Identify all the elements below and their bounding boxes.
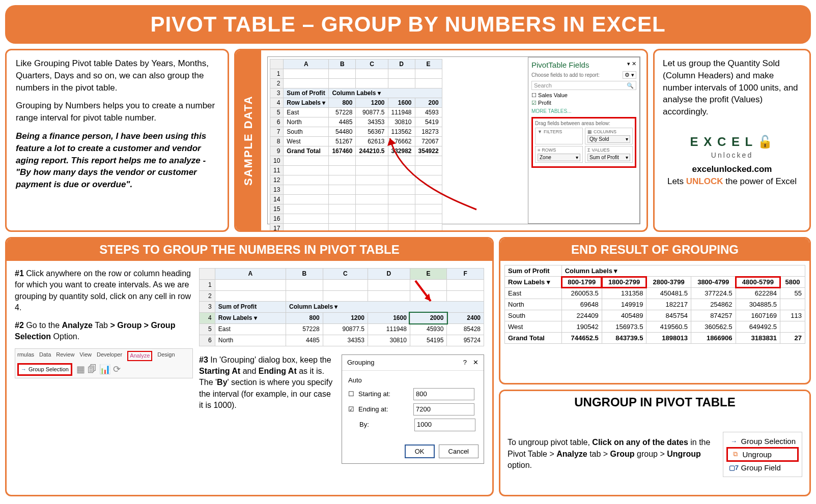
menu-group-field[interactable]: ▢7 Group Field (726, 462, 799, 473)
help-icon[interactable]: ? (463, 359, 467, 366)
ungroup-text: To ungroup pivot table, Click on any of … (508, 437, 718, 471)
close-icon[interactable]: ✕ (473, 359, 479, 366)
cancel-button[interactable]: Cancel (439, 444, 479, 458)
gear-icon[interactable]: ⚙ ▾ (623, 71, 636, 79)
ptf-subtitle: Choose fields to add to report: (531, 72, 600, 78)
result-panel: END RESULT OF GROUPING Sum of ProfitColu… (499, 237, 811, 384)
red-arrow-icon (410, 278, 436, 309)
starting-label: Starting at: (358, 390, 409, 399)
site-url: excelunlocked.com (663, 163, 801, 175)
group-selection-button[interactable]: → Group Selection (17, 363, 72, 376)
right-p1: Let us group the Quantity Sold (Column H… (663, 57, 801, 118)
intro-p2: Grouping by Numbers helps you to create … (16, 100, 218, 124)
lock-icon: 🔓 (757, 135, 774, 149)
intro-p1: Like Grouping Pivot table Dates by Years… (16, 57, 218, 94)
steps-panel: STEPS TO GROUP THE NUMBERS IN PIVOT TABL… (5, 237, 494, 496)
group-field-icon: ▢7 (729, 463, 738, 471)
logo-text: E X C E L 🔓 (663, 133, 801, 151)
starting-input[interactable]: 800 (413, 388, 474, 400)
context-menu: → Group Selection ⧉ Ungroup ▢7 Group Fie… (723, 432, 802, 477)
grouping-dialog: Grouping ?✕ Auto ☐ Starting at: 800 ☑ (342, 354, 484, 464)
rows-icon: ≡ (538, 147, 540, 153)
ungroup-header: UNGROUP IN PIVOT TABLE (500, 391, 809, 413)
step-3: #3 In 'Grouping' dialog box, keep the St… (199, 354, 334, 464)
rows-area[interactable]: ≡ ROWS Zone▾ (535, 146, 583, 163)
intro-panel: Like Grouping Pivot table Dates by Years… (5, 49, 229, 232)
filters-area[interactable]: ▼ FILTERS (535, 128, 583, 144)
tagline: Lets UNLOCK the power of Excel (663, 175, 801, 188)
arrow-right-icon: → (729, 437, 738, 445)
search-icon: 🔍 (627, 82, 634, 89)
field-sales-value[interactable]: Sales Value (531, 92, 636, 99)
ending-checkbox[interactable]: ☑ (348, 405, 354, 414)
logo-block: E X C E L 🔓 Unlocked excelunlocked.com L… (663, 133, 801, 188)
result-header: END RESULT OF GROUPING (500, 239, 809, 261)
sample-data-tab: SAMPLE DATA (236, 50, 261, 230)
ungroup-panel: UNGROUP IN PIVOT TABLE To ungroup pivot … (499, 390, 811, 496)
starting-checkbox[interactable]: ☐ (348, 390, 354, 399)
tab-analyze[interactable]: Analyze (127, 351, 152, 361)
drag-label: Drag fields between areas below: (535, 121, 633, 126)
columns-area[interactable]: ▦ COLUMNS Qty Sold▾ (585, 128, 633, 144)
tab-developer[interactable]: Developer (97, 351, 122, 361)
logo-sub: Unlocked (663, 151, 801, 161)
step-1: #1 Click anywhere on the row or column h… (15, 268, 193, 314)
sample-panel: SAMPLE DATA ABCDE 1 2 3Sum of ProfitColu… (234, 49, 648, 232)
filter-icon: ▼ (538, 129, 542, 134)
tab-design[interactable]: Design (157, 351, 175, 361)
ribbon-screenshot: rmulas Data Review View Developer Analyz… (15, 348, 193, 378)
more-tables-link[interactable]: MORE TABLES... (531, 108, 636, 114)
ribbon-other-icons: ▦ 🗐 📊 ⟳ (76, 363, 121, 376)
tab-review[interactable]: Review (56, 351, 74, 361)
step-2: #2 Go to the Analyze Tab > Group > Group… (15, 320, 193, 343)
pivot-table-fields-pane: PivotTable Fields ▾ ✕ Choose fields to a… (528, 57, 640, 224)
by-input[interactable]: 1000 (414, 419, 475, 431)
auto-label: Auto (348, 376, 477, 385)
search-input[interactable]: Search 🔍 (531, 81, 636, 90)
page-title: PIVOT TABLE – GROUP BY NUMBERS IN EXCEL (5, 5, 811, 44)
menu-ungroup[interactable]: ⧉ Ungroup (726, 447, 799, 462)
result-table: Sum of ProfitColumn Labels ▾ Row Labels … (504, 265, 805, 344)
excel-pivot-screenshot: ABCDE 1 2 3Sum of ProfitColumn Labels ▾ … (267, 56, 640, 224)
tab-data[interactable]: Data (39, 351, 51, 361)
intro-p3: Being a finance person, I have been usin… (16, 130, 218, 191)
right-intro-panel: Let us group the Quantity Sold (Column H… (653, 49, 811, 232)
tab-view[interactable]: View (79, 351, 92, 361)
columns-icon: ▦ (587, 129, 592, 134)
ok-button[interactable]: OK (405, 444, 435, 458)
close-icon[interactable]: ▾ ✕ (627, 61, 636, 71)
field-profit[interactable]: Profit (531, 100, 636, 106)
arrow-right-icon: → (21, 366, 26, 373)
ending-label: Ending at: (358, 405, 409, 414)
pivot-table-sample: ABCDE 1 2 3Sum of ProfitColumn Labels ▾ … (270, 59, 442, 232)
tab-formulas[interactable]: rmulas (17, 351, 34, 361)
values-area[interactable]: Σ VALUES Sum of Profit▾ (585, 146, 633, 163)
sigma-icon: Σ (587, 147, 590, 153)
ungroup-icon: ⧉ (731, 450, 739, 458)
dialog-title: Grouping (347, 358, 374, 367)
pivot-table-step: ABCDEF 1 2 3Sum of ProfitColumn Labels ▾… (199, 268, 484, 346)
bottom-row: STEPS TO GROUP THE NUMBERS IN PIVOT TABL… (5, 237, 811, 496)
ptf-title: PivotTable Fields (531, 61, 589, 69)
by-label: By: (359, 420, 410, 429)
field-areas-box: Drag fields between areas below: ▼ FILTE… (531, 117, 636, 168)
steps-header: STEPS TO GROUP THE NUMBERS IN PIVOT TABL… (7, 239, 492, 261)
top-row: Like Grouping Pivot table Dates by Years… (5, 49, 811, 232)
menu-group-selection[interactable]: → Group Selection (726, 435, 799, 447)
ending-input[interactable]: 7200 (413, 403, 474, 416)
